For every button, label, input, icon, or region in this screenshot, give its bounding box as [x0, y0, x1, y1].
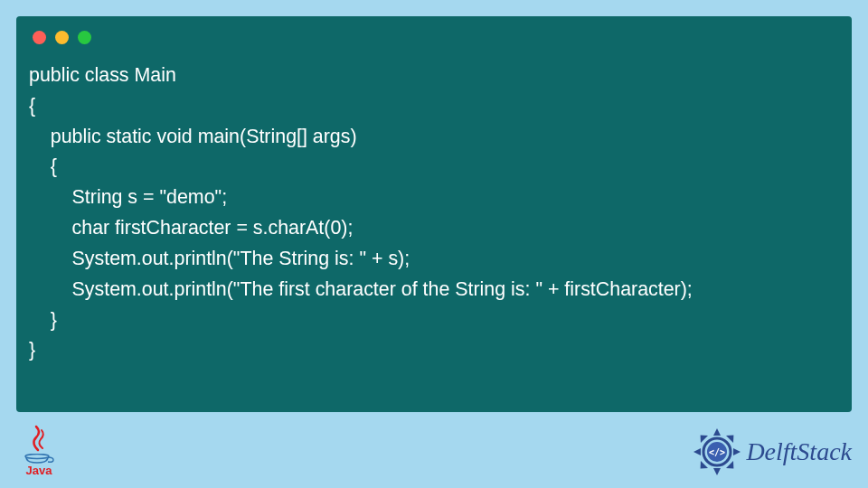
- java-logo: Java: [16, 421, 61, 477]
- code-line: System.out.println("The first character …: [29, 278, 693, 300]
- close-icon: [33, 31, 46, 44]
- code-line: System.out.println("The String is: " + s…: [29, 248, 410, 269]
- svg-marker-3: [733, 448, 741, 455]
- java-steam-icon: [27, 425, 51, 452]
- code-window: public class Main { public static void m…: [16, 16, 852, 412]
- java-logo-text: Java: [26, 464, 52, 477]
- svg-marker-7: [693, 448, 701, 455]
- code-line: }: [29, 309, 57, 331]
- svg-marker-1: [713, 428, 721, 436]
- delftstack-emblem-icon: </>: [692, 427, 742, 477]
- maximize-icon: [78, 31, 91, 44]
- code-line: }: [29, 339, 35, 361]
- code-line: char firstCharacter = s.charAt(0);: [29, 217, 353, 239]
- delftstack-logo-text: DelftStack: [746, 437, 852, 466]
- svg-text:</>: </>: [709, 447, 725, 457]
- code-line: String s = "demo";: [29, 186, 227, 208]
- window-controls: [16, 16, 852, 52]
- minimize-icon: [55, 31, 69, 44]
- code-content: public class Main { public static void m…: [16, 52, 852, 379]
- code-line: {: [29, 95, 35, 117]
- svg-point-0: [25, 455, 49, 459]
- delftstack-logo: </> DelftStack: [692, 427, 852, 477]
- code-line: public class Main: [29, 64, 176, 86]
- java-cup-icon: [24, 452, 54, 463]
- svg-marker-5: [713, 468, 721, 475]
- code-line: public static void main(String[] args): [29, 126, 357, 147]
- code-line: {: [29, 155, 57, 177]
